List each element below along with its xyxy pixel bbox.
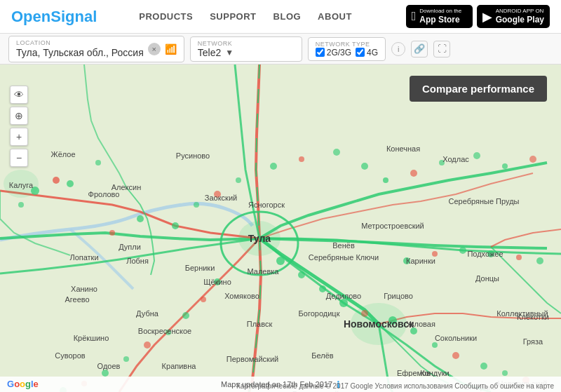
googleplay-name-label: Google Play: [496, 15, 544, 26]
network-label: NETWORK: [198, 40, 234, 47]
2g3g-checkbox-item[interactable]: 2G/3G: [316, 48, 351, 58]
google-logo: Google: [7, 379, 39, 389]
location-label: LOCATION: [16, 39, 144, 46]
nav-blog[interactable]: BLOG: [273, 11, 302, 22]
expand-button[interactable]: ⛶: [433, 41, 450, 58]
svg-point-37: [182, 312, 189, 319]
svg-point-8: [109, 230, 115, 236]
svg-point-26: [339, 299, 348, 307]
svg-point-44: [403, 257, 410, 264]
nav: PRODUCTS SUPPORT BLOG ABOUT: [139, 11, 405, 22]
svg-point-16: [361, 163, 368, 170]
nav-support[interactable]: SUPPORT: [210, 11, 256, 22]
location-section: LOCATION Тула, Тульская обл., Россия × 📶: [8, 36, 184, 62]
zoom-in-button[interactable]: +: [10, 128, 28, 146]
location-value: Тула, Тульская обл., Россия: [16, 47, 144, 58]
zoom-out-button[interactable]: −: [10, 149, 28, 167]
googleplay-download-label: ANDROID APP ON: [496, 8, 544, 15]
appstore-name-label: App Store: [419, 15, 461, 26]
svg-point-20: [473, 152, 480, 159]
svg-point-19: [439, 160, 445, 165]
svg-point-24: [298, 271, 305, 278]
svg-point-41: [102, 370, 109, 377]
svg-point-5: [95, 160, 101, 165]
svg-point-46: [459, 247, 466, 254]
svg-point-6: [67, 180, 74, 187]
logo-open: Open: [11, 8, 50, 25]
location-clear-button[interactable]: ×: [148, 43, 161, 55]
network-section: NETWORK Tele2 ▼: [190, 36, 302, 62]
svg-point-11: [214, 191, 221, 198]
svg-point-29: [410, 327, 417, 334]
svg-point-40: [123, 356, 129, 362]
info-button[interactable]: i: [391, 42, 405, 56]
svg-point-14: [299, 156, 304, 162]
svg-point-18: [410, 170, 417, 177]
svg-point-22: [529, 156, 536, 163]
4g-checkbox[interactable]: [356, 48, 365, 57]
toolbar: LOCATION Тула, Тульская обл., Россия × 📶…: [0, 34, 561, 65]
nav-products[interactable]: PRODUCTS: [139, 11, 193, 22]
map-svg: [0, 65, 561, 392]
compare-performance-button[interactable]: Compare performance: [410, 76, 547, 102]
appstore-download-label: Download on the: [419, 8, 461, 15]
logo-signal: Signal: [50, 8, 97, 25]
map-attribution-text: Картографические данные © 2017 Google Ус…: [236, 382, 554, 390]
header: OpenSignal PRODUCTS SUPPORT BLOG ABOUT …: [0, 0, 561, 34]
googleplay-icon: ▶: [482, 9, 492, 25]
4g-checkbox-item[interactable]: 4G: [356, 48, 378, 58]
svg-point-48: [516, 255, 522, 260]
map-container[interactable]: ТулаНовомосковскКалугаЩёкиноАлексинСереб…: [0, 65, 561, 392]
svg-point-49: [536, 257, 543, 264]
map-attribution: Картографические данные © 2017 Google Ус…: [236, 382, 554, 390]
apple-icon: : [412, 9, 417, 24]
svg-point-32: [480, 363, 487, 370]
svg-point-39: [144, 342, 151, 349]
4g-label: 4G: [367, 48, 378, 58]
googleplay-button[interactable]: ▶ ANDROID APP ON Google Play: [477, 5, 550, 28]
svg-point-13: [270, 163, 277, 170]
svg-point-9: [172, 222, 179, 229]
svg-point-4: [53, 177, 60, 184]
svg-point-31: [452, 352, 459, 359]
svg-point-47: [487, 250, 494, 257]
svg-point-36: [201, 297, 206, 302]
location-button[interactable]: ⊕: [10, 107, 28, 125]
2g3g-checkbox[interactable]: [316, 48, 325, 57]
svg-point-38: [165, 330, 171, 335]
nav-about[interactable]: ABOUT: [318, 11, 352, 22]
logo[interactable]: OpenSignal: [11, 8, 97, 26]
svg-point-7: [137, 215, 144, 222]
svg-point-12: [236, 177, 241, 183]
location-signal-icon: 📶: [165, 43, 177, 55]
svg-point-10: [194, 202, 199, 208]
network-value: Tele2: [198, 47, 221, 58]
network-dropdown-arrow[interactable]: ▼: [225, 48, 234, 58]
network-type-label: NETWORK TYPE: [316, 41, 378, 48]
svg-point-15: [333, 149, 340, 156]
2g3g-label: 2G/3G: [327, 48, 351, 58]
layers-button[interactable]: 👁: [10, 86, 28, 104]
svg-point-33: [502, 370, 508, 376]
svg-point-45: [432, 251, 438, 257]
svg-point-21: [502, 163, 508, 169]
map-controls: 👁 ⊕ + −: [10, 86, 28, 167]
appstore-button[interactable]:  Download on the App Store: [406, 5, 473, 28]
svg-point-51: [351, 303, 407, 345]
svg-point-25: [319, 285, 326, 292]
svg-point-3: [18, 202, 24, 208]
svg-point-52: [4, 170, 39, 198]
store-buttons:  Download on the App Store ▶ ANDROID AP…: [406, 5, 550, 28]
svg-point-23: [276, 257, 285, 265]
svg-point-50: [238, 221, 280, 256]
svg-point-30: [432, 342, 438, 348]
network-type-section: NETWORK TYPE 2G/3G 4G: [308, 37, 386, 61]
network-type-checkboxes: 2G/3G 4G: [316, 48, 378, 58]
svg-point-35: [214, 278, 221, 285]
network-select-wrapper: Tele2 ▼: [198, 47, 234, 58]
svg-point-17: [383, 177, 388, 183]
link-button[interactable]: 🔗: [411, 41, 428, 58]
